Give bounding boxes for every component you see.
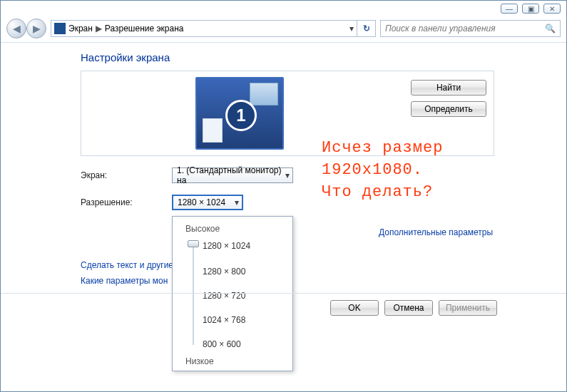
breadcrumb[interactable]: Экран ▶ Разрешение экрана ▾ xyxy=(51,20,357,37)
doc-mini-icon xyxy=(203,118,223,143)
control-panel-icon xyxy=(54,23,66,34)
ok-button[interactable]: OK xyxy=(330,300,379,316)
advanced-settings-link[interactable]: Дополнительные параметры xyxy=(379,227,493,237)
resolution-label: Разрешение: xyxy=(81,197,172,207)
res-option[interactable]: 1280 × 1024 xyxy=(203,241,250,251)
resolution-popup: Высокое 1280 × 1024 1280 × 800 1280 × 72… xyxy=(172,216,293,371)
dialog-buttons: OK Отмена Применить xyxy=(330,300,497,316)
cancel-button[interactable]: Отмена xyxy=(384,300,433,316)
annotation-overlay: Исчез размер 1920х1080. Что делать? xyxy=(322,138,443,203)
search-icon[interactable]: 🔍 xyxy=(545,24,556,33)
search-input[interactable]: Поиск в панели управления 🔍 xyxy=(380,20,561,37)
res-option[interactable]: 1024 × 768 xyxy=(203,315,245,325)
resolution-slider-thumb[interactable] xyxy=(188,240,199,247)
links-area: Сделать текст и другие Какие параметры м… xyxy=(81,260,566,292)
refresh-button[interactable]: ↻ xyxy=(357,20,376,37)
close-button[interactable]: ✕ xyxy=(543,4,561,14)
monitor-number-badge: 1 xyxy=(225,100,257,131)
find-button[interactable]: Найти xyxy=(411,80,486,96)
divider xyxy=(1,42,566,43)
divider xyxy=(1,293,566,294)
maximize-button[interactable]: ▣ xyxy=(522,4,539,14)
chevron-down-icon: ▾ xyxy=(235,197,239,207)
window-controls: — ▣ ✕ xyxy=(501,4,561,14)
monitor-thumbnail[interactable]: 1 xyxy=(195,77,284,150)
forward-button[interactable]: ▶ xyxy=(26,19,46,38)
apply-button[interactable]: Применить xyxy=(439,300,497,316)
search-placeholder: Поиск в панели управления xyxy=(385,24,496,33)
text-size-link[interactable]: Сделать текст и другие xyxy=(81,260,173,270)
chevron-down-icon: ▾ xyxy=(285,170,290,180)
resolution-dropdown[interactable]: 1280 × 1024 ▾ xyxy=(172,195,243,210)
minimize-button[interactable]: — xyxy=(501,4,518,14)
back-button[interactable]: ◀ xyxy=(6,19,26,38)
breadcrumb-dropdown-icon[interactable]: ▾ xyxy=(349,24,354,33)
res-option[interactable]: 800 × 600 xyxy=(203,339,241,349)
display-value: 1. (Стандартный монитор) на xyxy=(177,165,288,185)
res-low-label: Низкое xyxy=(185,356,214,366)
resolution-value: 1280 × 1024 xyxy=(178,197,225,207)
breadcrumb-sep-icon: ▶ xyxy=(96,24,102,33)
identify-button[interactable]: Определить xyxy=(411,101,486,117)
page-title: Настройки экрана xyxy=(81,51,566,63)
breadcrumb-item[interactable]: Разрешение экрана xyxy=(105,24,184,33)
nav-arrows: ◀ ▶ xyxy=(6,19,46,38)
res-high-label: Высокое xyxy=(185,224,285,234)
display-label: Экран: xyxy=(81,170,172,180)
resolution-slider-track[interactable] xyxy=(193,244,194,345)
window-mini-icon xyxy=(250,83,278,105)
preview-buttons: Найти Определить xyxy=(411,80,486,117)
res-option[interactable]: 1280 × 800 xyxy=(203,267,245,277)
breadcrumb-item[interactable]: Экран xyxy=(68,24,93,33)
navbar: ◀ ▶ Экран ▶ Разрешение экрана ▾ ↻ Поиск … xyxy=(1,16,566,41)
which-params-link[interactable]: Какие параметры мон xyxy=(81,276,168,286)
display-dropdown[interactable]: 1. (Стандартный монитор) на ▾ xyxy=(172,167,293,183)
